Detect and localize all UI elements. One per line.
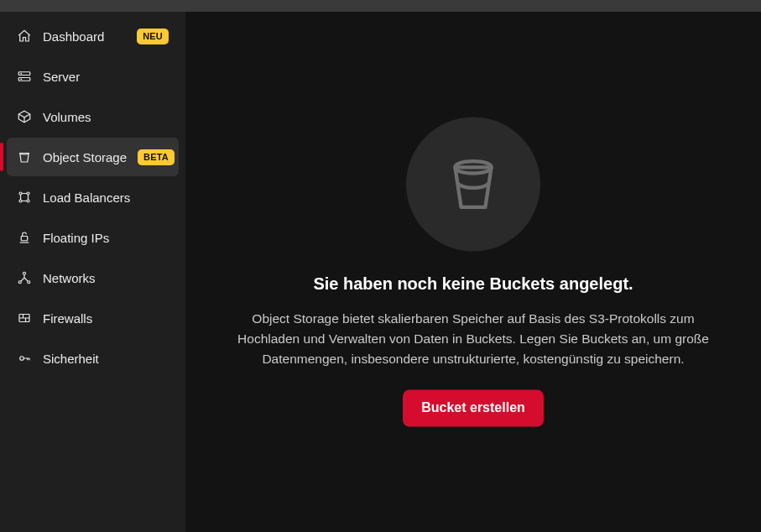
key-icon bbox=[17, 351, 32, 366]
server-icon bbox=[17, 69, 32, 84]
svg-rect-8 bbox=[21, 237, 28, 241]
svg-rect-0 bbox=[18, 72, 30, 76]
home-icon bbox=[17, 29, 32, 44]
firewall-icon bbox=[17, 310, 32, 326]
sidebar-item-label: Sicherheit bbox=[43, 352, 169, 366]
sidebar-item-label: Volumes bbox=[43, 110, 169, 124]
sidebar-item-object-storage[interactable]: Object Storage BETA bbox=[7, 138, 179, 176]
sidebar-item-server[interactable]: Server bbox=[7, 57, 179, 96]
badge-neu: NEU bbox=[137, 29, 169, 44]
svg-point-7 bbox=[27, 200, 29, 202]
sidebar-item-label: Server bbox=[43, 70, 169, 84]
empty-state-description: Object Storage bietet skalierbaren Speic… bbox=[223, 309, 723, 369]
app-shell: Dashboard NEU Server Volumes bbox=[0, 12, 761, 532]
svg-point-10 bbox=[18, 281, 21, 284]
sidebar-item-label: Object Storage bbox=[43, 150, 127, 164]
sidebar-item-load-balancers[interactable]: Load Balancers bbox=[7, 178, 179, 216]
svg-point-11 bbox=[28, 281, 30, 284]
svg-point-5 bbox=[27, 192, 29, 195]
svg-point-9 bbox=[23, 272, 26, 274]
sidebar-item-dashboard[interactable]: Dashboard NEU bbox=[7, 17, 179, 55]
sidebar-item-floating-ips[interactable]: Floating IPs bbox=[7, 218, 179, 257]
svg-point-4 bbox=[19, 192, 22, 195]
sidebar-nav: Dashboard NEU Server Volumes bbox=[0, 17, 185, 378]
bucket-large-icon bbox=[443, 154, 503, 214]
svg-rect-1 bbox=[18, 78, 30, 81]
bucket-icon bbox=[17, 149, 32, 164]
sidebar-item-networks[interactable]: Networks bbox=[7, 258, 179, 297]
sidebar: Dashboard NEU Server Volumes bbox=[0, 12, 185, 532]
empty-state: Sie haben noch keine Buckets angelegt. O… bbox=[222, 117, 725, 426]
main-content: Sie haben noch keine Buckets angelegt. O… bbox=[185, 12, 761, 532]
floating-ip-icon bbox=[17, 230, 32, 245]
cube-icon bbox=[17, 109, 32, 124]
sidebar-item-firewalls[interactable]: Firewalls bbox=[7, 299, 179, 337]
svg-point-6 bbox=[19, 200, 22, 202]
svg-point-13 bbox=[20, 357, 24, 361]
svg-point-3 bbox=[21, 79, 22, 80]
sidebar-item-label: Dashboard bbox=[43, 29, 126, 44]
sidebar-item-label: Networks bbox=[43, 271, 169, 285]
empty-state-icon-wrap bbox=[406, 117, 540, 251]
sidebar-item-label: Load Balancers bbox=[43, 190, 169, 205]
sidebar-item-volumes[interactable]: Volumes bbox=[7, 97, 179, 136]
window-titlebar bbox=[0, 0, 761, 12]
network-icon bbox=[17, 270, 32, 285]
create-bucket-button[interactable]: Bucket erstellen bbox=[403, 390, 544, 427]
sidebar-item-label: Firewalls bbox=[43, 311, 169, 326]
load-balancer-icon bbox=[17, 190, 32, 205]
sidebar-item-label: Floating IPs bbox=[43, 231, 169, 245]
empty-state-title: Sie haben noch keine Buckets angelegt. bbox=[222, 274, 725, 294]
badge-beta: BETA bbox=[138, 149, 175, 165]
sidebar-item-security[interactable]: Sicherheit bbox=[7, 339, 179, 378]
svg-point-2 bbox=[21, 73, 22, 74]
